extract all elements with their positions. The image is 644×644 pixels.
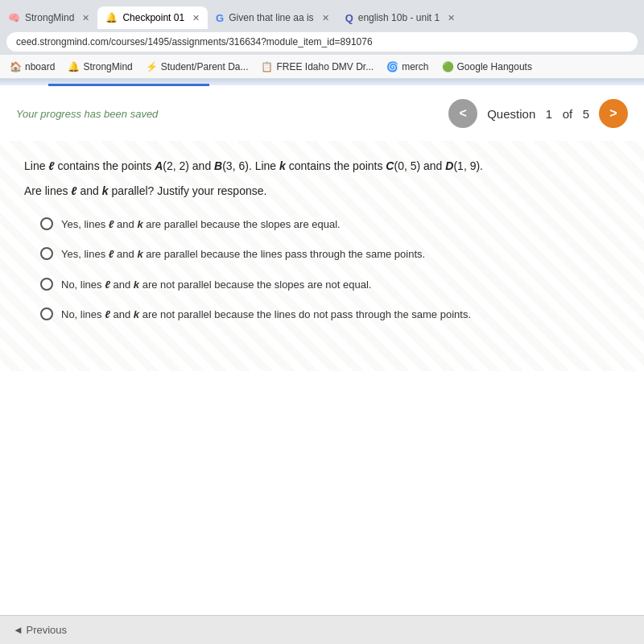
bookmark-nboard[interactable]: 🏠 nboard	[6, 60, 58, 74]
next-chevron-icon: >	[609, 106, 617, 121]
tab-checkpoint[interactable]: 🔔 Checkpoint 01 ✕	[97, 6, 208, 29]
answer-text-b: Yes, lines ℓ and k are parallel because …	[61, 246, 425, 262]
bookmark-nboard-label: nboard	[25, 61, 55, 72]
answer-choice-b[interactable]: Yes, lines ℓ and k are parallel because …	[40, 246, 604, 262]
strongmind-tab-icon: 🧠	[8, 12, 20, 23]
question-total: 5	[583, 107, 589, 121]
question-area: Line ℓ contains the points A(2, 2) and B…	[0, 141, 644, 371]
address-bar	[0, 29, 644, 55]
google-tab-icon: G	[216, 12, 224, 24]
question-nav: < Question 1 of 5 >	[448, 99, 628, 128]
tab-checkpoint-label: Checkpoint 01	[122, 12, 184, 23]
question-line-text: Line ℓ contains the points A(2, 2) and B…	[24, 157, 620, 176]
bookmark-student[interactable]: ⚡ Student/Parent Da...	[142, 60, 252, 74]
quizlet-tab-icon: Q	[345, 12, 353, 24]
tab-close-google[interactable]: ✕	[322, 13, 329, 23]
tab-bar: 🧠 StrongMind ✕ 🔔 Checkpoint 01 ✕ G Given…	[0, 0, 644, 29]
question-ask-text: Are lines ℓ and k parallel? Justify your…	[24, 184, 620, 197]
nav-header: Your progress has been saved < Question …	[0, 86, 644, 141]
tab-strongmind-label: StrongMind	[25, 12, 74, 23]
tab-quizlet-label: english 10b - unit 1	[358, 12, 440, 23]
tab-quizlet[interactable]: Q english 10b - unit 1 ✕	[337, 6, 464, 29]
hangouts-icon: 🟢	[442, 61, 454, 72]
tab-close-checkpoint[interactable]: ✕	[192, 13, 200, 23]
bookmark-hangouts[interactable]: 🟢 Google Hangouts	[439, 60, 535, 74]
tab-close-strongmind[interactable]: ✕	[82, 13, 89, 23]
bookmark-dmv-label: FREE Idaho DMV Dr...	[276, 61, 374, 72]
bookmark-strongmind[interactable]: 🔔 StrongMind	[64, 60, 135, 74]
answer-text-d: No, lines ℓ and k are not parallel becau…	[61, 307, 471, 323]
question-current: 1	[546, 107, 552, 121]
answer-choice-d[interactable]: No, lines ℓ and k are not parallel becau…	[40, 307, 604, 323]
dmv-icon: 📋	[261, 61, 273, 72]
browser-chrome: 🧠 StrongMind ✕ 🔔 Checkpoint 01 ✕ G Given…	[0, 0, 644, 79]
question-of: of	[563, 107, 573, 121]
bookmark-merch-label: merch	[402, 61, 428, 72]
answer-text-c: No, lines ℓ and k are not parallel becau…	[61, 277, 371, 293]
checkpoint-tab-icon: 🔔	[105, 12, 118, 23]
merch-icon: 🌀	[386, 61, 398, 72]
tab-google-label: Given that line aa is	[229, 12, 313, 23]
content-area: Your progress has been saved < Question …	[0, 79, 644, 644]
question-word: Question	[487, 107, 535, 121]
radio-d[interactable]	[40, 308, 53, 320]
progress-saved-text: Your progress has been saved	[16, 108, 158, 120]
strongmind-bm-icon: 🔔	[68, 61, 80, 72]
prev-question-button[interactable]: <	[448, 99, 477, 128]
radio-b[interactable]	[40, 247, 53, 260]
bookmark-hangouts-label: Google Hangouts	[457, 61, 532, 72]
bottom-bar: ◄ Previous	[0, 615, 644, 644]
next-question-button[interactable]: >	[599, 99, 628, 128]
prev-chevron-icon: <	[460, 106, 467, 121]
radio-a[interactable]	[40, 217, 53, 230]
answer-text-a: Yes, lines ℓ and k are parallel because …	[61, 217, 341, 233]
question-content: Line ℓ contains the points A(2, 2) and B…	[0, 141, 644, 339]
nboard-icon: 🏠	[10, 61, 22, 72]
bookmark-merch[interactable]: 🌀 merch	[383, 60, 431, 74]
radio-c[interactable]	[40, 278, 53, 291]
previous-link[interactable]: ◄ Previous	[13, 624, 67, 636]
student-icon: ⚡	[146, 61, 158, 72]
tab-google[interactable]: G Given that line aa is ✕	[208, 6, 337, 29]
answer-choices: Yes, lines ℓ and k are parallel because …	[24, 217, 620, 323]
bookmark-dmv[interactable]: 📋 FREE Idaho DMV Dr...	[258, 60, 377, 74]
tab-strongmind[interactable]: 🧠 StrongMind ✕	[0, 6, 97, 29]
url-input[interactable]	[6, 32, 638, 52]
answer-choice-a[interactable]: Yes, lines ℓ and k are parallel because …	[40, 217, 604, 233]
bookmarks-bar: 🏠 nboard 🔔 StrongMind ⚡ Student/Parent D…	[0, 55, 644, 79]
bookmark-student-label: Student/Parent Da...	[161, 61, 249, 72]
tab-close-quizlet[interactable]: ✕	[448, 13, 455, 23]
answer-choice-c[interactable]: No, lines ℓ and k are not parallel becau…	[40, 277, 604, 293]
question-label: Question 1 of 5	[487, 107, 589, 121]
bookmark-strongmind-label: StrongMind	[83, 61, 132, 72]
